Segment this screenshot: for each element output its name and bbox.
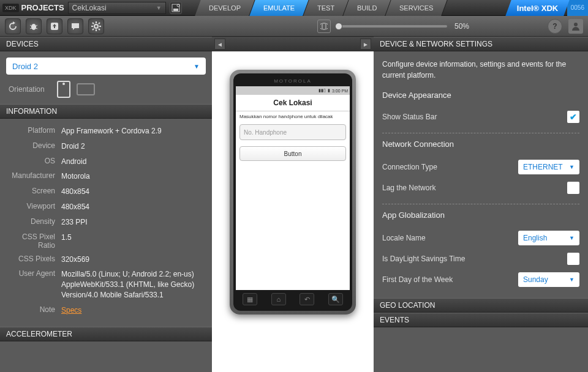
user-icon[interactable] [568,19,583,34]
gear-icon[interactable] [88,18,104,34]
reload-icon[interactable] [5,18,21,34]
status-time: 3:00 PM [332,89,348,93]
settings-header: DEVICE & NETWORK SETTINGS [374,37,588,51]
svg-point-19 [574,23,578,26]
title-bar: XDK PROJECTS CekLokasi ▼ DEVELOP EMULATE… [0,0,588,16]
accelerometer-header: ACCELEROMETER [0,327,212,341]
battery-icon: ▮ [328,88,330,93]
device-brand-label: MOTOROLA [236,76,350,86]
information-grid: PlatformApp Framework + Cordova 2.9 Devi… [0,119,212,323]
tab-test[interactable]: TEST [303,0,349,16]
chevron-down-icon: ▼ [156,5,162,11]
status-bar-checkbox[interactable]: ✔ [567,111,579,123]
build-number: 0056 [567,0,588,16]
debug-icon[interactable] [26,18,42,34]
project-dropdown[interactable]: CekLokasi ▼ [68,2,166,14]
app-screen: Cek Lokasi Masukkan nomor handphone untu… [236,95,350,290]
device-frame: MOTOROLA ▮▮▯ ▮ 3:00 PM Cek Lokasi Masukk… [230,70,356,314]
first-day-label: First Day of the Week [382,275,453,284]
tab-emulate[interactable]: EMULATE [249,0,309,16]
svg-point-2 [177,4,179,7]
orientation-landscape-icon[interactable] [77,83,95,95]
settings-description: Configure device information, settings a… [382,59,579,81]
locale-dropdown[interactable]: English▼ [518,231,579,245]
orientation-label: Orientation [9,85,45,94]
first-day-dropdown[interactable]: Sunday▼ [518,272,579,287]
project-name: CekLokasi [72,4,107,12]
svg-line-16 [92,29,94,30]
svg-line-14 [92,23,94,24]
svg-line-6 [30,28,32,29]
svg-line-15 [99,29,100,30]
globalization-heading: App Globalization [382,210,579,220]
geolocation-header: GEO LOCATION [374,298,588,313]
search-icon[interactable]: 🔍 [328,293,343,305]
appearance-heading: Device Appearance [382,91,579,100]
emulator-area: ◄ ► MOTOROLA ▮▮▯ ▮ 3:00 PM Cek Lokasi Ma… [212,37,374,372]
svg-line-7 [36,28,37,29]
app-title: Cek Lokasi [236,95,350,111]
submit-button[interactable]: Button [239,146,346,161]
save-to-disk-icon[interactable] [170,2,182,14]
svg-point-3 [31,24,36,30]
back-icon[interactable]: ↶ [300,293,314,305]
orientation-row: Orientation [0,81,212,104]
chat-icon[interactable] [67,18,83,34]
status-bar: ▮▮▯ ▮ 3:00 PM [236,86,350,95]
tab-build[interactable]: BUILD [343,0,391,16]
projects-label: PROJECTS [21,3,64,12]
events-header: EVENTS [374,313,588,327]
orientation-portrait-icon[interactable] [57,81,70,98]
lag-network-label: Lag the Network [382,184,435,192]
collapse-right-icon[interactable]: ► [360,39,371,50]
zoom-control: 50% [317,20,469,33]
device-selected: Droid 2 [12,62,38,71]
signal-icon: ▮▮▯ [318,88,326,93]
information-header: INFORMATION [0,104,212,119]
main-tabs: DEVELOP EMULATE TEST BUILD SERVICES [198,0,445,16]
right-panel: DEVICE & NETWORK SETTINGS Configure devi… [374,37,588,372]
tab-services[interactable]: SERVICES [386,0,448,16]
tab-develop[interactable]: DEVELOP [195,0,255,16]
app-prompt: Masukkan nomor handphone untuk dilacak [236,111,350,122]
zoom-slider[interactable] [337,25,447,28]
svg-point-9 [94,24,98,28]
left-panel: DEVICES Droid 2 ▼ Orientation INFORMATIO… [0,37,212,372]
intel-xdk-logo: Intel® XDK [506,0,570,16]
svg-line-17 [99,23,100,24]
connection-type-dropdown[interactable]: ETHERNET▼ [518,160,579,174]
locale-label: Locale Name [382,234,426,242]
svg-rect-18 [322,23,326,29]
toolbar: 50% ? [0,16,588,37]
collapse-left-icon[interactable]: ◄ [214,39,225,50]
brand-area: Intel® XDK 0056 [508,0,588,16]
svg-rect-1 [173,9,178,11]
xdk-badge: XDK [2,4,19,12]
fit-screen-icon[interactable] [317,20,331,33]
slider-knob[interactable] [335,23,342,30]
device-nav-bar: ▦ ⌂ ↶ 🔍 [236,290,350,308]
dst-checkbox[interactable]: ✔ [567,253,579,265]
phone-number-input[interactable]: No. Handphone [239,124,346,140]
devices-header: DEVICES [0,37,212,51]
lag-network-checkbox[interactable]: ✔ [567,182,579,194]
connection-type-label: Connection Type [382,163,437,171]
menu-icon[interactable]: ▦ [243,293,257,305]
zoom-label: 50% [454,22,469,31]
network-heading: Network Connection [382,140,579,149]
home-icon[interactable]: ⌂ [271,293,286,305]
chevron-down-icon: ▼ [194,63,200,70]
specs-link[interactable]: Specs [61,305,206,316]
device-selector[interactable]: Droid 2 ▼ [6,58,206,75]
upload-icon[interactable] [47,18,62,34]
status-bar-label: Show Status Bar [382,113,437,121]
dst-label: Is DayLight Savings Time [382,255,465,263]
help-icon[interactable]: ? [548,19,562,34]
